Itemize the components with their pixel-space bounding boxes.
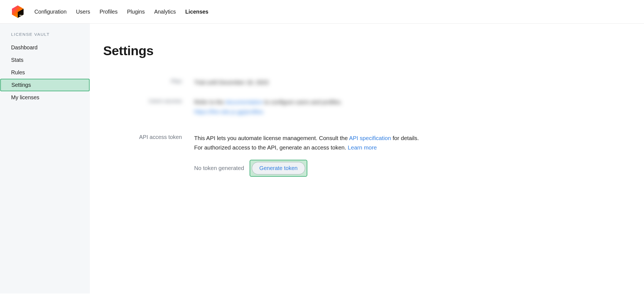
nav-configuration[interactable]: Configuration xyxy=(34,9,67,15)
api-desc-text: for details. xyxy=(391,135,419,141)
settings-row-api-token: API access token This API lets you autom… xyxy=(103,133,631,177)
nav-users[interactable]: Users xyxy=(76,9,90,15)
nav-licenses[interactable]: Licenses xyxy=(185,9,208,15)
learn-more-link[interactable]: Learn more xyxy=(348,144,377,151)
main-content: Settings Plan Trial until December 18, 2… xyxy=(90,24,644,293)
row-label: Users access xyxy=(103,97,182,104)
row-label: Plan xyxy=(103,78,182,85)
api-desc-text: This API lets you automate license manag… xyxy=(194,135,349,141)
row-value: This API lets you automate license manag… xyxy=(194,133,419,177)
nav-analytics[interactable]: Analytics xyxy=(154,9,176,15)
sidebar-item-my-licenses[interactable]: My licenses xyxy=(0,91,90,104)
api-specification-link[interactable]: API specification xyxy=(349,135,391,141)
generate-token-highlight: Generate token xyxy=(250,160,307,177)
api-desc-text: For authorized access to the API, genera… xyxy=(194,144,348,151)
app-logo[interactable] xyxy=(11,5,24,18)
generate-token-button[interactable]: Generate token xyxy=(252,162,305,174)
settings-row-plan: Plan Trial until December 18, 2023 xyxy=(103,78,631,87)
sidebar-item-stats[interactable]: Stats xyxy=(0,54,90,66)
token-status: No token generated xyxy=(194,163,244,173)
sidebar-item-settings[interactable]: Settings xyxy=(0,79,90,91)
top-nav: Configuration Users Profiles Plugins Ana… xyxy=(34,9,208,15)
sidebar-item-rules[interactable]: Rules xyxy=(0,66,90,79)
settings-row-users-access: Users access Refer to the documentation … xyxy=(103,97,631,117)
row-value: Trial until December 18, 2023 xyxy=(194,78,268,87)
profiles-url-link[interactable]: https://the-site.jx.gg/profiles xyxy=(194,108,263,115)
row-value: Refer to the documentation to configure … xyxy=(194,97,342,117)
nav-plugins[interactable]: Plugins xyxy=(127,9,145,15)
row-label: API access token xyxy=(103,133,182,140)
sidebar-title: LICENSE VAULT xyxy=(0,32,90,41)
nav-profiles[interactable]: Profiles xyxy=(100,9,118,15)
documentation-link[interactable]: documentation xyxy=(225,99,263,105)
svg-rect-2 xyxy=(19,15,22,16)
page-title: Settings xyxy=(103,43,631,58)
sidebar: LICENSE VAULT Dashboard Stats Rules Sett… xyxy=(0,24,90,293)
sidebar-item-dashboard[interactable]: Dashboard xyxy=(0,41,90,54)
